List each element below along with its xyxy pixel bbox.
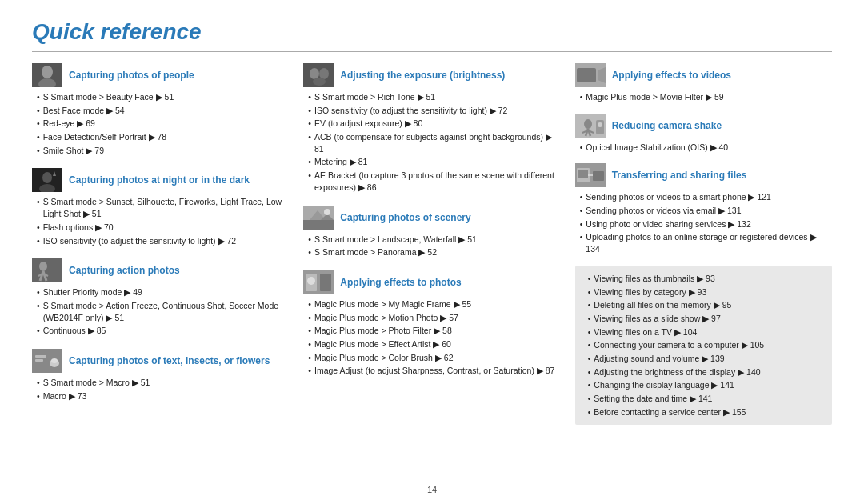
section-effects-photos-header: Applying effects to photos — [303, 270, 560, 294]
list-item: Setting the date and time ▶ 141 — [588, 392, 824, 406]
list-item: Smile Shot ▶ 79 — [37, 144, 289, 158]
svg-point-8 — [39, 262, 47, 271]
list-item: ISO sensitivity (to adjust the sensitivi… — [37, 234, 289, 248]
list-item: Red-eye ▶ 69 — [37, 117, 289, 130]
section-shake-title: Reducing camera shake — [612, 120, 722, 131]
section-shake-thumb — [575, 114, 606, 138]
list-item: Image Adjust (to adjust Sharpness, Contr… — [308, 364, 560, 378]
section-effects-photos-title: Applying effects to photos — [340, 277, 461, 288]
svg-point-26 — [324, 209, 330, 215]
section-action: Capturing action photos Shutter Priority… — [32, 258, 289, 338]
section-action-thumb — [32, 258, 62, 282]
list-item: Magic Plus mode > Movie Filter ▶ 59 — [580, 90, 832, 104]
list-item: Magic Plus mode > My Magic Frame ▶ 55 — [308, 298, 560, 311]
list-item: Macro ▶ 73 — [37, 390, 289, 403]
list-item: Uploading photos to an online storage or… — [580, 230, 832, 255]
list-item: Optical Image Stabilization (OIS) ▶ 40 — [580, 141, 832, 154]
list-item: S Smart mode > Sunset, Silhouette, Firew… — [37, 195, 289, 220]
svg-rect-14 — [35, 355, 46, 358]
section-effects-videos-thumb — [575, 63, 606, 87]
list-item: S Smart mode > Action Freeze, Continuous… — [37, 299, 289, 324]
list-item: Viewing files as a slide show ▶ 97 — [588, 312, 824, 326]
section-text-insects-list: S Smart mode > Macro ▶ 51 Macro ▶ 73 — [32, 376, 289, 402]
svg-rect-44 — [578, 170, 588, 178]
svg-point-19 — [310, 68, 319, 79]
svg-rect-7 — [32, 258, 62, 282]
section-text-insects-thumb — [32, 349, 62, 373]
svg-point-35 — [584, 119, 592, 129]
page-title: Quick reference — [32, 19, 832, 45]
list-item: Viewing files as thumbnails ▶ 93 — [588, 272, 824, 286]
list-item: Best Face mode ▶ 54 — [37, 104, 289, 118]
section-exposure-thumb — [303, 63, 334, 87]
svg-point-20 — [319, 68, 329, 79]
section-transfer-list: Sending photos or videos to a smart phon… — [575, 190, 832, 255]
list-item: AE Bracket (to capture 3 photos of the s… — [308, 169, 560, 194]
list-item: Viewing files by category ▶ 93 — [588, 286, 824, 299]
section-effects-photos: Applying effects to photos Magic Plus mo… — [303, 270, 560, 378]
section-people-list: S Smart mode > Beauty Face ▶ 51 Best Fac… — [32, 90, 289, 157]
list-item: S Smart mode > Landscape, Waterfall ▶ 51 — [308, 233, 560, 246]
section-effects-photos-thumb — [303, 270, 334, 294]
list-item: Using photo or video sharing services ▶ … — [580, 218, 832, 231]
svg-point-1 — [42, 66, 53, 78]
section-transfer-title: Transferring and sharing files — [612, 170, 747, 181]
list-item: Deleting all files on the memory ▶ 95 — [588, 298, 824, 312]
section-general: Viewing files as thumbnails ▶ 93 Viewing… — [575, 266, 832, 426]
svg-point-30 — [307, 277, 315, 285]
svg-rect-23 — [303, 220, 334, 230]
svg-point-21 — [313, 78, 326, 86]
list-item: Metering ▶ 81 — [308, 155, 560, 169]
title-divider — [32, 51, 832, 52]
list-item: Shutter Priority mode ▶ 49 — [37, 286, 289, 299]
list-item: S Smart mode > Rich Tone ▶ 51 — [308, 90, 560, 104]
section-action-title: Capturing action photos — [69, 265, 180, 276]
section-transfer: Transferring and sharing files Sending p… — [575, 163, 832, 255]
section-night-header: Capturing photos at night or in the dark — [32, 168, 289, 192]
section-action-header: Capturing action photos — [32, 258, 289, 282]
list-item: Connecting your camera to a computer ▶ 1… — [588, 338, 824, 352]
section-effects-videos-title: Applying effects to videos — [612, 70, 731, 81]
svg-point-4 — [42, 172, 52, 183]
section-transfer-thumb — [575, 163, 606, 187]
section-text-insects: Capturing photos of text, insects, or fl… — [32, 349, 289, 402]
page-number: 14 — [427, 485, 437, 494]
section-scenery-title: Capturing photos of scenery — [340, 212, 470, 223]
list-item: Face Detection/Self-Portrait ▶ 78 — [37, 130, 289, 144]
list-item: Magic Plus mode > Effect Artist ▶ 60 — [308, 338, 560, 351]
column-1: Capturing photos of people S Smart mode … — [32, 63, 289, 425]
svg-point-17 — [51, 358, 58, 363]
section-action-list: Shutter Priority mode ▶ 49 S Smart mode … — [32, 286, 289, 338]
list-item: S Smart mode > Panorama ▶ 52 — [308, 246, 560, 259]
section-shake: Reducing camera shake Optical Image Stab… — [575, 114, 832, 154]
section-exposure-title: Adjusting the exposure (brightness) — [340, 70, 505, 81]
list-item: Sending photos or videos via email ▶ 131 — [580, 204, 832, 218]
section-exposure: Adjusting the exposure (brightness) S Sm… — [303, 63, 560, 194]
svg-point-41 — [598, 122, 602, 127]
svg-rect-32 — [577, 68, 596, 82]
svg-rect-29 — [320, 274, 331, 291]
section-effects-photos-list: Magic Plus mode > My Magic Frame ▶ 55 Ma… — [303, 298, 560, 378]
svg-rect-45 — [593, 171, 604, 181]
section-people: Capturing photos of people S Smart mode … — [32, 63, 289, 157]
section-scenery-thumb — [303, 206, 334, 230]
section-text-insects-title: Capturing photos of text, insects, or fl… — [69, 355, 270, 366]
section-shake-header: Reducing camera shake — [575, 114, 832, 138]
column-2: Adjusting the exposure (brightness) S Sm… — [303, 63, 560, 425]
list-item: ISO sensitivity (to adjust the sensitivi… — [308, 104, 560, 118]
list-item: Magic Plus mode > Color Brush ▶ 62 — [308, 351, 560, 365]
list-item: EV (to adjust exposure) ▶ 80 — [308, 117, 560, 130]
section-effects-videos: Applying effects to videos Magic Plus mo… — [575, 63, 832, 104]
section-effects-videos-header: Applying effects to videos — [575, 63, 832, 87]
section-night-list: S Smart mode > Sunset, Silhouette, Firew… — [32, 195, 289, 247]
section-people-title: Capturing photos of people — [69, 70, 194, 81]
svg-rect-15 — [35, 359, 43, 362]
section-effects-videos-list: Magic Plus mode > Movie Filter ▶ 59 — [575, 90, 832, 104]
list-item: Adjusting the brightness of the display … — [588, 366, 824, 379]
list-item: Before contacting a service center ▶ 155 — [588, 406, 824, 419]
section-night: Capturing photos at night or in the dark… — [32, 168, 289, 247]
list-item: S Smart mode > Macro ▶ 51 — [37, 376, 289, 390]
section-general-list: Viewing files as thumbnails ▶ 93 Viewing… — [583, 272, 824, 419]
list-item: Viewing files on a TV ▶ 104 — [588, 326, 824, 339]
list-item: ACB (to compensate for subjects against … — [308, 130, 560, 155]
